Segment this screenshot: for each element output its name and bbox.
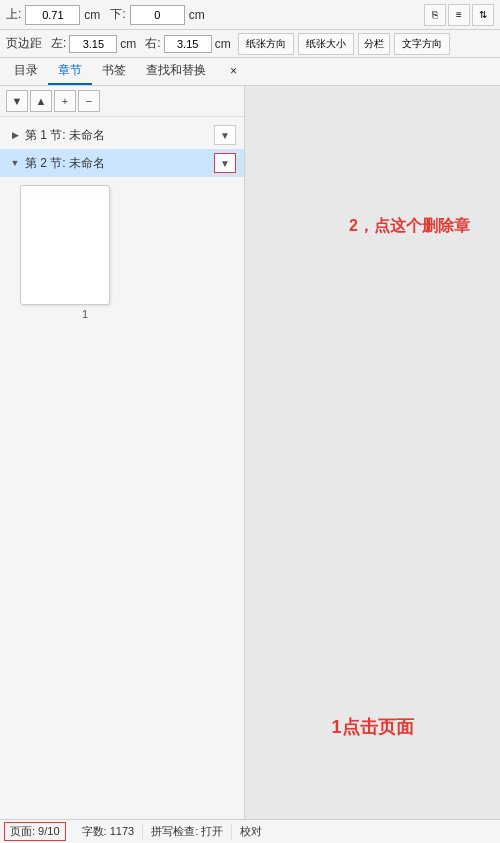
page-thumbnails: 1 (0, 177, 244, 328)
status-spell-check: 拼写检查: 打开 (143, 824, 232, 839)
annotation-click-page: 1点击页面 (331, 715, 413, 739)
input-shang[interactable] (25, 5, 80, 25)
chapter-dropdown-btn-2[interactable]: ▼ (214, 153, 236, 173)
wenzi-btn[interactable]: 文字方向 (394, 33, 450, 55)
ctrl-up[interactable]: ▲ (30, 90, 52, 112)
ctrl-add[interactable]: + (54, 90, 76, 112)
tabs-row: 目录 章节 书签 查找和替换 × (0, 58, 500, 86)
ctrl-down[interactable]: ▼ (6, 90, 28, 112)
tab-find-replace[interactable]: 查找和替换 (136, 58, 216, 85)
input-xia[interactable] (130, 5, 185, 25)
annotation-delete-chapter: 2，点这个删除章 (349, 216, 470, 237)
tab-mulu[interactable]: 目录 (4, 58, 48, 85)
status-word-count: 字数: 1173 (74, 824, 144, 839)
unit-you: cm (215, 37, 231, 51)
label-zuo: 左: (51, 35, 66, 52)
top-toolbar: 上: cm 下: cm ⎘ ≡ ⇅ (0, 0, 500, 30)
label-you: 右: (145, 35, 160, 52)
tab-close[interactable]: × (220, 58, 247, 85)
chapter-name-1: 第 1 节: 未命名 (25, 127, 214, 144)
panel-controls: ▼ ▲ + − (0, 86, 244, 117)
chapter-item-1[interactable]: ▶ 第 1 节: 未命名 ▼ (0, 121, 244, 149)
daxiao-btn[interactable]: 纸张大小 (298, 33, 354, 55)
unit-shang: cm (84, 8, 100, 22)
ctrl-minus[interactable]: − (78, 90, 100, 112)
unit-zuo: cm (120, 37, 136, 51)
unit-xia: cm (189, 8, 205, 22)
main-area: ▼ ▲ + − ▶ 第 1 节: 未命名 ▼ ▼ 第 2 节: 未命名 ▼ 1 (0, 86, 500, 819)
chapter-dropdown-btn-1[interactable]: ▼ (214, 125, 236, 145)
arrow-1: ▶ (8, 128, 22, 142)
chapter-list: ▶ 第 1 节: 未命名 ▼ ▼ 第 2 节: 未命名 ▼ 1 (0, 117, 244, 819)
page-thumb-1[interactable] (20, 185, 110, 305)
chapter-name-2: 第 2 节: 未命名 (25, 155, 214, 172)
input-you[interactable] (164, 35, 212, 53)
margin-toolbar: 页边距 左: cm 右: cm 纸张方向 纸张大小 分栏 文字方向 (0, 30, 500, 58)
tab-zhangjie[interactable]: 章节 (48, 58, 92, 85)
input-zuo[interactable] (69, 35, 117, 53)
status-pages: 页面: 9/10 (4, 822, 66, 841)
status-bar: 页面: 9/10 字数: 1173 拼写检查: 打开 校对 (0, 819, 500, 843)
right-content: 2，点这个删除章 1点击页面 (245, 86, 500, 819)
arrow-2: ▼ (8, 156, 22, 170)
page-thumb-label-1: 1 (40, 308, 130, 320)
fenzhu-btn[interactable]: 分栏 (358, 33, 390, 55)
label-shang: 上: (6, 6, 21, 23)
align-btn[interactable]: ⇅ (472, 4, 494, 26)
format-btn[interactable]: ≡ (448, 4, 470, 26)
status-proofreading: 校对 (232, 824, 270, 839)
left-panel: ▼ ▲ + − ▶ 第 1 节: 未命名 ▼ ▼ 第 2 节: 未命名 ▼ 1 (0, 86, 245, 819)
zhizhang-btn[interactable]: 纸张方向 (238, 33, 294, 55)
label-xia: 下: (110, 6, 125, 23)
label-yebianqu: 页边距 (6, 35, 42, 52)
paste-btn[interactable]: ⎘ (424, 4, 446, 26)
chapter-item-2[interactable]: ▼ 第 2 节: 未命名 ▼ (0, 149, 244, 177)
tab-shuqian[interactable]: 书签 (92, 58, 136, 85)
